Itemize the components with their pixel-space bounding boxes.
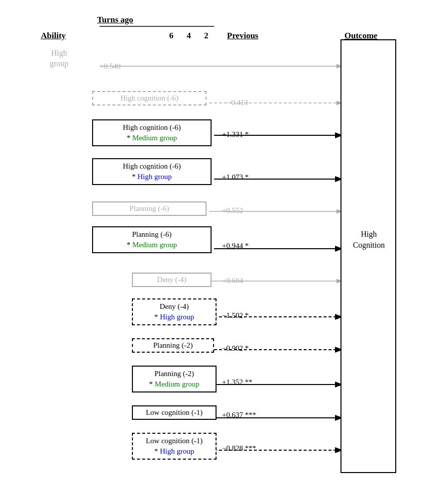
medium-group-label-2: Medium group [132, 241, 177, 249]
planning-gray-value: +0.552 [222, 206, 243, 215]
turns-ago-label: Turns ago [97, 15, 133, 25]
planning-medium-box: Planning (-6) * Medium group [92, 226, 212, 253]
planning-medium-value: +0.944 * [222, 242, 248, 250]
planning-neg2-medium-value: +1.352 ** [222, 378, 252, 387]
deny-gray-box: Deny (-4) [132, 273, 212, 287]
planning-neg2-box: Planning (-2) [132, 338, 214, 353]
outcome-label: Outcome [344, 31, 377, 41]
previous-label: Previous [227, 31, 258, 41]
col-4: 4 [187, 31, 191, 41]
col-2: 2 [204, 31, 209, 41]
low-cognition-high-value: −0.828 *** [222, 444, 256, 453]
high-cognition-medium-value: +1.331 * [222, 130, 248, 139]
outcome-text: HighCognition [342, 229, 396, 251]
high-cognition-high-box: High cognition (-6) * High group [92, 158, 212, 185]
high-cognition-gray-value: −0.413 [227, 98, 248, 107]
high-cognition-high-value: +1.073 * [222, 173, 248, 182]
deny-high-value: −1.502 * [222, 311, 248, 320]
low-cognition-box: Low cognition (-1) [132, 405, 217, 420]
ability-label: Ability [41, 31, 66, 41]
high-cognition-gray-box: High cognition (-6) [92, 91, 207, 105]
low-cognition-high-box: Low cognition (-1) * High group [132, 433, 217, 460]
high-group-label-2: High group [160, 313, 194, 321]
high-group-label-1: High group [137, 173, 172, 181]
high-group-value: +0.540 [100, 62, 120, 71]
high-group-gray-label: Highgroup [50, 48, 68, 69]
planning-gray-box: Planning (-6) [92, 201, 207, 216]
deny-gray-value: +0.604 [222, 277, 243, 285]
planning-neg2-value: −0.902 * [222, 344, 248, 353]
deny-high-box: Deny (-4) * High group [132, 298, 217, 325]
high-cognition-medium-box: High cognition (-6) * Medium group [92, 119, 212, 146]
high-group-label-3: High group [160, 447, 194, 455]
medium-group-label-1: Medium group [132, 134, 177, 142]
planning-neg2-medium-box: Planning (-2) * Medium group [132, 366, 217, 392]
col-6: 6 [169, 31, 174, 41]
svg-rect-13 [341, 40, 396, 473]
low-cognition-value: +0.637 *** [222, 411, 256, 419]
medium-group-label-3: Medium group [155, 380, 200, 388]
diagram-container: Turns ago Ability 6 4 2 Previous Outcome… [0, 0, 448, 484]
